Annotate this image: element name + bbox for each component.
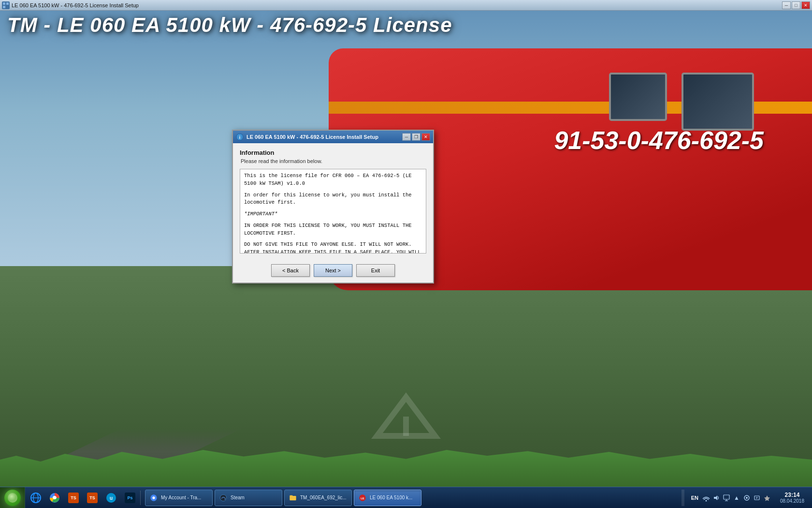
svg-rect-3 [6, 2, 9, 5]
next-button[interactable]: Next > [314, 264, 352, 277]
taskbar-pinned-apps: TS TS u Ps [27, 487, 139, 508]
dialog-minimize-button[interactable]: ─ [402, 133, 411, 141]
taskbar-steam-item[interactable]: Steam [215, 490, 282, 506]
show-desktop-button[interactable] [682, 490, 684, 506]
steam-icon [219, 493, 228, 502]
back-button[interactable]: < Back [271, 264, 310, 277]
systray-icon-2[interactable] [742, 493, 751, 502]
systray-network-icon[interactable] [702, 493, 710, 502]
svg-rect-21 [724, 495, 729, 499]
taskbar-ts2-icon[interactable]: TS [84, 489, 101, 507]
info-line1: This is the license file for CFR 060 – E… [244, 172, 422, 188]
company-logo [367, 392, 445, 450]
systray-volume-icon[interactable] [712, 493, 721, 502]
window-title: LE 060 EA 5100 kW - 476-692-5 License In… [12, 2, 782, 8]
clock[interactable]: 23:14 08.04.2018 [776, 487, 808, 508]
dialog-titlebar: i LE 060 EA 5100 kW - 476-692-5 License … [233, 131, 433, 143]
taskbar: TS TS u Ps My Account - Tra... Steam [0, 487, 812, 508]
info-line4: IN ORDER FOR THIS LICENSE TO WORK, YOU M… [244, 222, 422, 238]
installer-icon: LE [358, 493, 367, 502]
window-close-button[interactable]: ✕ [801, 1, 810, 9]
taskbar-installer-item[interactable]: LE LE 060 EA 5100 k... [354, 490, 421, 506]
svg-text:LE: LE [361, 496, 364, 499]
tm-lic-label: TM_060EA_692_lic... [300, 495, 348, 500]
start-button[interactable] [0, 487, 25, 508]
svg-rect-26 [754, 496, 759, 500]
exit-button[interactable]: Exit [356, 264, 395, 277]
svg-rect-4 [3, 6, 5, 8]
taskbar-ts1-icon[interactable]: TS [65, 489, 82, 507]
svg-point-25 [746, 497, 748, 499]
taskbar-chrome-icon[interactable] [46, 489, 63, 507]
svg-text:u: u [110, 495, 113, 501]
folder-icon [289, 493, 297, 502]
installer-label: LE 060 EA 5100 k... [370, 495, 417, 500]
taskbar-chrome-myaccount[interactable]: My Account - Tra... [145, 490, 213, 506]
taskbar-right: EN ▲ 23:14 08.04.201 [682, 487, 808, 508]
systray-arrow-icon[interactable]: ▲ [732, 493, 741, 502]
taskbar-uplay-icon[interactable]: u [102, 489, 120, 507]
svg-point-15 [152, 496, 155, 499]
taskbar-ie-icon[interactable] [27, 489, 44, 507]
language-indicator[interactable]: EN [689, 495, 700, 501]
system-tray: EN ▲ [686, 487, 774, 508]
start-orb [4, 490, 21, 506]
window-icon [2, 1, 10, 9]
svg-text:i: i [239, 135, 241, 140]
start-orb-inner [8, 493, 17, 503]
window-controls: ─ □ ✕ [782, 1, 810, 9]
dialog-section-title: Information [240, 149, 426, 156]
svg-point-16 [220, 494, 226, 501]
systray-icon-4[interactable] [763, 493, 771, 502]
dialog-button-bar: < Back Next > Exit [233, 259, 433, 283]
dialog-info-textbox[interactable]: This is the license file for CFR 060 – E… [240, 169, 426, 254]
info-line2: In order for this license to work, you m… [244, 192, 422, 207]
steam-label: Steam [231, 495, 278, 500]
installer-dialog: i LE 060 EA 5100 kW - 476-692-5 License … [232, 130, 434, 284]
dialog-subtitle: Please read the information below. [241, 158, 426, 164]
svg-point-19 [705, 500, 707, 501]
systray-icon-3[interactable] [753, 493, 761, 502]
svg-marker-20 [714, 495, 717, 500]
window-maximize-button[interactable]: □ [792, 1, 800, 9]
dialog-close-button[interactable]: ✕ [421, 133, 430, 141]
clock-date: 08.04.2018 [780, 498, 804, 504]
dialog-window-controls: ─ ❐ ✕ [402, 133, 430, 141]
os-titlebar: LE 060 EA 5100 kW - 476-692-5 License In… [0, 0, 812, 11]
train-number: 91-53-0-476-692-5 [554, 126, 764, 155]
dialog-restore-button[interactable]: ❐ [412, 133, 420, 141]
dialog-icon: i [236, 133, 244, 141]
taskbar-ps-icon[interactable]: Ps [121, 489, 139, 507]
svg-rect-2 [3, 2, 5, 5]
dialog-title: LE 060 EA 5100 kW - 476-692-5 License In… [246, 134, 378, 140]
taskbar-running-apps: My Account - Tra... Steam TM_060EA_692_l… [145, 487, 682, 508]
taskbar-divider [140, 491, 141, 505]
info-line5: DO NOT GIVE THIS FILE TO ANYONE ELSE. IT… [244, 241, 422, 254]
systray-action-center-icon[interactable] [722, 493, 731, 502]
desktop-title: TM - LE 060 EA 5100 kW - 476-692-5 Licen… [7, 14, 452, 37]
chrome-myaccount-label: My Account - Tra... [161, 495, 208, 500]
chrome-myaccount-icon [149, 493, 158, 502]
info-line3: *IMPORTANT* [244, 210, 422, 218]
taskbar-tm-lic-item[interactable]: TM_060EA_692_lic... [284, 490, 352, 506]
window-minimize-button[interactable]: ─ [782, 1, 791, 9]
clock-time: 23:14 [785, 492, 800, 498]
dialog-content: Information Please read the information … [233, 143, 433, 259]
